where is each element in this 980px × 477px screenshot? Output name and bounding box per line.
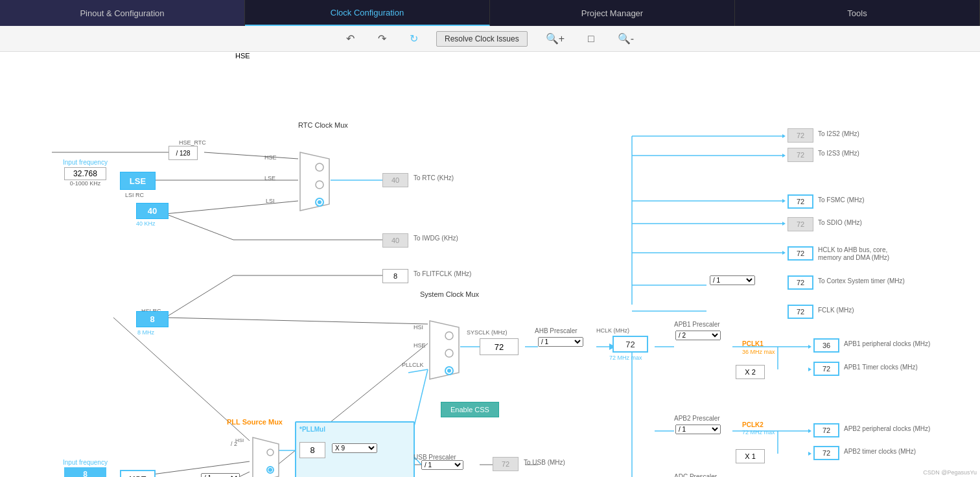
sys-mux-label: System Clock Mux bbox=[420, 290, 479, 298]
fsmc-box: 72 bbox=[788, 194, 813, 209]
watermark: CSDN @PegasusYu bbox=[923, 469, 977, 476]
svg-marker-53 bbox=[782, 222, 786, 226]
lsi-block[interactable]: 40 bbox=[136, 203, 169, 219]
i2s3-label: To I2S3 (MHz) bbox=[818, 150, 859, 157]
lse-input-label: LSE bbox=[264, 175, 275, 181]
hse-block[interactable]: HSE bbox=[120, 470, 156, 477]
lse-freq-input[interactable] bbox=[64, 167, 106, 180]
hsi-pll-label2: HSI bbox=[235, 437, 244, 443]
apb1-prescaler-select[interactable]: / 2 bbox=[675, 331, 721, 340]
usb-out-label: To USB (MHz) bbox=[524, 459, 565, 466]
svg-point-67 bbox=[318, 200, 321, 204]
lsi-rc-label: LSI RC bbox=[125, 192, 144, 198]
hsi-unit-label: 8 MHz bbox=[137, 329, 154, 336]
usb-prescaler-select[interactable]: / 1 bbox=[421, 460, 463, 470]
pll-source-mux[interactable] bbox=[250, 434, 282, 477]
lse-block[interactable]: LSE bbox=[120, 172, 156, 190]
input-freq-hse: Input frequency 4-16 MHz bbox=[63, 459, 108, 477]
fclk-label: FCLK (MHz) bbox=[818, 307, 854, 314]
svg-marker-50 bbox=[782, 134, 786, 138]
apb2-max-label: 72 MHz max bbox=[742, 429, 775, 436]
apb1-timer-label: APB1 Timer clocks (MHz) bbox=[844, 364, 918, 371]
cortex-select[interactable]: / 1 bbox=[710, 275, 755, 285]
flit-unit-label: To FLITFCLK (MHz) bbox=[414, 270, 471, 277]
apb2-periph-box: 72 bbox=[813, 423, 839, 437]
enable-css-button[interactable]: Enable CSS bbox=[441, 402, 499, 417]
fsmc-label: To FSMC (MHz) bbox=[818, 196, 865, 204]
hse-rtc-input-label: HSE bbox=[264, 154, 277, 161]
adc-prescaler-label: ADC Prescaler bbox=[674, 473, 717, 477]
svg-marker-52 bbox=[782, 199, 786, 203]
tab-clock[interactable]: Clock Configuration bbox=[245, 0, 490, 26]
hse-div-select[interactable]: / 1 bbox=[201, 473, 240, 477]
pclk2-label: PCLK2 bbox=[742, 421, 764, 428]
lsi-unit-label: 40 KHz bbox=[136, 220, 156, 227]
refresh-button[interactable]: ↻ bbox=[404, 30, 423, 47]
sdio-box: 72 bbox=[788, 217, 813, 231]
fit-button[interactable]: □ bbox=[583, 30, 600, 47]
flit-out-box: 8 bbox=[382, 269, 408, 283]
pll-val-box: 8 bbox=[299, 442, 325, 458]
ahb-bus-label2: memory and DMA (MHz) bbox=[818, 254, 889, 261]
hse-sys-label: HSE bbox=[414, 342, 426, 349]
svg-marker-55 bbox=[808, 345, 811, 349]
apb1-max-label: 36 MHz max bbox=[742, 349, 775, 355]
apb1-timer-box: 72 bbox=[813, 362, 839, 376]
main-area: Input frequency 0-1000 KHz LSE LSI RC 40… bbox=[0, 52, 980, 477]
hsi-block[interactable]: 8 bbox=[136, 311, 169, 327]
rtc-out-box: 40 bbox=[382, 173, 408, 187]
hse-rtc-label: HSE_RTC bbox=[179, 139, 206, 146]
apb2-timer-label: APB2 timer clocks (MHz) bbox=[844, 448, 916, 455]
zoom-out-button[interactable]: 🔍- bbox=[612, 30, 639, 47]
zoom-in-button[interactable]: 🔍+ bbox=[541, 30, 570, 47]
undo-button[interactable]: ↶ bbox=[341, 30, 360, 47]
apb2-periph-label: APB2 peripheral clocks (MHz) bbox=[844, 425, 930, 432]
apb1-periph-box: 36 bbox=[813, 338, 839, 353]
tab-pinout[interactable]: Pinout & Configuration bbox=[0, 0, 245, 26]
toolbar: ↶ ↷ ↻ Resolve Clock Issues 🔍+ □ 🔍- bbox=[0, 26, 980, 52]
apb1-label: APB1 Prescaler bbox=[674, 321, 720, 328]
ahb-bus-box: 72 bbox=[788, 246, 813, 261]
apb2-prescaler-select[interactable]: / 1 bbox=[675, 425, 721, 434]
apb1-periph-label: APB1 peripheral clocks (MHz) bbox=[844, 340, 930, 347]
svg-line-9 bbox=[165, 318, 428, 324]
tab-project[interactable]: Project Manager bbox=[490, 0, 735, 26]
rtc-mux-label: RTC Clock Mux bbox=[298, 121, 348, 129]
svg-marker-68 bbox=[430, 321, 459, 379]
ahb-label: AHB Prescaler bbox=[535, 327, 578, 334]
rtc-mux[interactable] bbox=[297, 149, 332, 215]
rtc-unit-label: To RTC (KHz) bbox=[414, 174, 454, 181]
hclk-box: 72 bbox=[612, 336, 648, 353]
iwdg-unit-label: To IWDG (KHz) bbox=[414, 235, 458, 242]
apb2-timer-x-box: X 1 bbox=[736, 449, 765, 463]
svg-line-7 bbox=[165, 275, 233, 318]
resolve-button[interactable]: Resolve Clock Issues bbox=[436, 31, 528, 47]
apb2-timer-box: 72 bbox=[813, 446, 839, 460]
svg-marker-56 bbox=[808, 367, 811, 371]
tab-tools[interactable]: Tools bbox=[735, 0, 980, 26]
iwdg-out-box: 40 bbox=[382, 233, 408, 248]
i2s2-box: 72 bbox=[788, 128, 813, 143]
sysclk-box: 72 bbox=[480, 338, 519, 355]
i2s2-label: To I2S2 (MHz) bbox=[818, 130, 859, 137]
svg-marker-54 bbox=[782, 251, 786, 255]
hclk-label: HCLK (MHz) bbox=[596, 327, 629, 334]
fclk-box: 72 bbox=[788, 305, 813, 319]
sys-mux[interactable] bbox=[426, 318, 462, 384]
hse-freq-input[interactable] bbox=[64, 467, 106, 477]
redo-button[interactable]: ↷ bbox=[373, 30, 391, 47]
hsi-sys-label: HSI bbox=[414, 324, 423, 331]
pllclk-sys-label: PLLCLK bbox=[402, 362, 424, 368]
lsi-input-label: LSI bbox=[266, 198, 275, 204]
div128-box: / 128 bbox=[169, 146, 198, 160]
svg-line-1 bbox=[204, 152, 298, 159]
hse-pll-label: HSE bbox=[235, 52, 250, 60]
sysclk-label: SYSCLK (MHz) bbox=[467, 329, 508, 336]
svg-point-72 bbox=[447, 369, 451, 373]
sdio-label: To SDIO (MHz) bbox=[818, 219, 862, 226]
ahb-prescaler-select[interactable]: / 1 bbox=[538, 337, 583, 347]
pllmul-select[interactable]: X 9 bbox=[332, 443, 377, 453]
cortex-box: 72 bbox=[788, 275, 813, 290]
cortex-label: To Cortex System timer (MHz) bbox=[818, 277, 905, 285]
clock-diagram: Input frequency 0-1000 KHz LSE LSI RC 40… bbox=[0, 52, 980, 477]
